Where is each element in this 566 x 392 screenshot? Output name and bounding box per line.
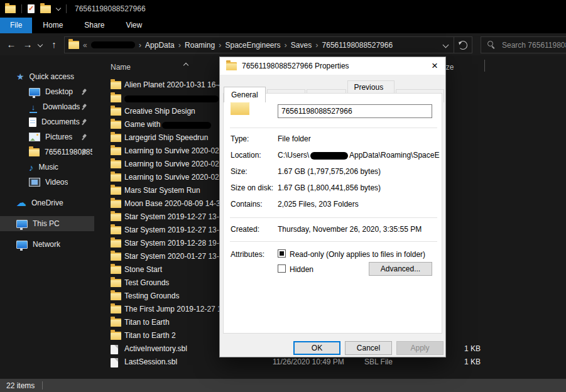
refresh-button[interactable] [454, 37, 472, 53]
sidebar-item-network[interactable]: Network [0, 237, 94, 252]
hidden-checkbox[interactable] [278, 264, 286, 273]
sidebar-item-pictures[interactable]: Pictures [0, 129, 94, 144]
folder-icon [111, 121, 121, 129]
file-name: Star System 2020-01-27 13-33 [124, 252, 227, 261]
folder-icon [111, 173, 121, 182]
sidebar-item-label: Downloads [43, 102, 80, 111]
property-value: 2,025 Files, 203 Folders [278, 200, 359, 209]
file-name: ActiveInventory.sbl [124, 344, 187, 353]
attributes-label: Attributes: [231, 250, 264, 259]
sidebar-item-desktop[interactable]: Desktop [0, 84, 94, 99]
search-input[interactable]: Search 7656119808 [481, 36, 566, 53]
file-name: Titan to Earth [124, 318, 170, 327]
up-button[interactable]: ↑ [46, 33, 62, 55]
sidebar-item-videos[interactable]: Videos [0, 175, 94, 190]
folder-icon [111, 160, 121, 168]
folder-icon [111, 200, 121, 208]
sidebar-item-label: Pictures [45, 133, 72, 141]
file-icon [111, 358, 118, 368]
sidebar-item-this-pc[interactable]: This PC [0, 216, 94, 231]
pin-icon [80, 119, 87, 128]
folder-icon [111, 107, 121, 116]
file-icon [111, 345, 118, 354]
breadcrumb-item-roaming[interactable]: Roaming [185, 41, 215, 50]
column-header-name[interactable]: Name [111, 63, 131, 72]
folder-icon [111, 187, 121, 195]
pin-icon [80, 104, 87, 112]
sort-ascending-icon [183, 63, 188, 68]
redaction [124, 95, 219, 102]
sidebar-item-label: Documents [41, 117, 80, 126]
sidebar-item-onedrive[interactable]: ☁OneDrive [0, 195, 94, 210]
folder-icon [111, 213, 121, 221]
breadcrumb-item-76561198088527966[interactable]: 76561198088527966 [322, 41, 393, 50]
sidebar-item-label: Desktop [45, 87, 73, 96]
qat-new-folder-icon[interactable] [40, 5, 51, 13]
sidebar-item-documents[interactable]: Documents [0, 114, 94, 129]
breadcrumb-separator-icon: › [219, 40, 221, 50]
address-dropdown-chevron-icon[interactable] [437, 37, 454, 53]
file-name: Star System 2019-12-27 13-00 [124, 212, 227, 221]
file-row[interactable]: LastSession.sbl11/26/2020 10:49 PMSBL Fi… [94, 356, 566, 369]
breadcrumb-item-saves[interactable]: Saves [291, 41, 312, 50]
breadcrumb-separator-icon: › [285, 40, 287, 50]
breadcrumb-item-spaceengineers[interactable]: SpaceEngineers [225, 41, 280, 50]
file-name: Titan to Earth 2 [124, 331, 176, 340]
property-value-prefix: C:\Users\ [278, 151, 309, 160]
ok-button[interactable]: OK [293, 341, 340, 355]
ribbon-tab-bar: FileHomeShareView [0, 18, 566, 34]
sidebar-item-765611980885279[interactable]: 765611980885279 [0, 144, 94, 160]
pc-icon [16, 220, 28, 228]
column-divider[interactable] [484, 60, 485, 72]
property-label: Location: [231, 151, 261, 160]
folder-icon [111, 292, 121, 300]
forward-button[interactable]: → [20, 33, 35, 55]
navigation-pane: ★Quick accessDesktop↓DownloadsDocumentsP… [0, 55, 94, 379]
star-icon: ★ [16, 72, 24, 81]
advanced-button[interactable]: Advanced... [369, 262, 432, 276]
file-name: Star System 2019-12-27 13-55 [124, 226, 227, 234]
ribbon-tab-share[interactable]: Share [73, 18, 115, 33]
sidebar-item-label: Network [33, 240, 60, 249]
folder-icon [111, 266, 121, 274]
file-name: Test Grounds [124, 278, 169, 287]
ribbon-tab-home[interactable]: Home [32, 18, 73, 33]
apply-button[interactable]: Apply [396, 341, 444, 355]
sidebar-item-label: Music [39, 163, 58, 172]
ribbon-tab-file[interactable]: File [0, 18, 32, 33]
sidebar-item-quick-access[interactable]: ★Quick access [0, 69, 94, 84]
folder-icon [111, 279, 121, 287]
recent-locations-chevron-icon[interactable] [35, 33, 45, 55]
breadcrumb: ›AppData›Roaming›SpaceEngineers›Saves›76… [91, 40, 393, 50]
file-name: Stone Start [124, 265, 162, 274]
read-only-checkbox[interactable] [278, 249, 286, 258]
folder-icon [111, 332, 121, 340]
folder-name-field[interactable] [278, 104, 432, 118]
desktop-icon [29, 88, 40, 96]
cancel-button[interactable]: Cancel [345, 341, 392, 355]
file-name: Creative Ship Design [124, 107, 195, 116]
breadcrumb-collapsed-marker[interactable]: « [83, 41, 87, 50]
property-value: File folder [278, 134, 311, 143]
divider [42, 381, 43, 389]
properties-tab-general[interactable]: General [224, 87, 266, 102]
read-only-label: Read-only (Only applies to files in fold… [290, 250, 425, 259]
ribbon-tab-view[interactable]: View [115, 18, 153, 33]
file-name: Largegrid Ship Speedrun [124, 133, 208, 142]
pin-icon [79, 133, 89, 142]
pin-icon [79, 102, 89, 112]
dialog-title-bar: 76561198088527966 Properties [220, 57, 445, 75]
sidebar-item-downloads[interactable]: ↓Downloads [0, 99, 94, 114]
divider [230, 128, 437, 128]
address-bar[interactable]: « ›AppData›Roaming›SpaceEngineers›Saves›… [64, 36, 472, 53]
qat-properties-icon[interactable] [28, 4, 35, 13]
property-label: Type: [231, 134, 249, 143]
qat-customize-chevron-icon[interactable] [56, 6, 61, 11]
sidebar-item-label: Quick access [30, 72, 74, 81]
back-button[interactable]: ← [4, 33, 19, 55]
sidebar-item-music[interactable]: ♪Music [0, 160, 94, 175]
breadcrumb-item-appdata[interactable]: AppData [145, 41, 175, 50]
sidebar-item-label: This PC [33, 219, 60, 228]
close-icon[interactable]: × [424, 57, 445, 75]
cloud-icon: ☁ [16, 198, 26, 208]
